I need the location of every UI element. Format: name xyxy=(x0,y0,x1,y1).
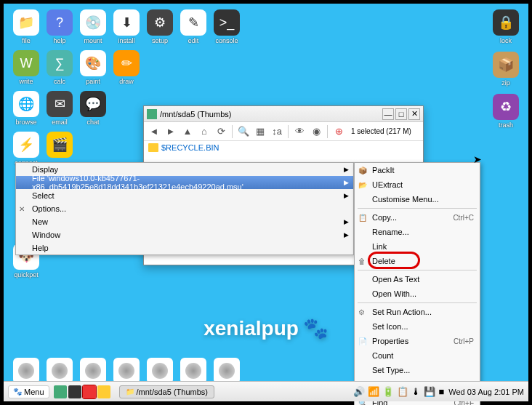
cpu-icon[interactable]: 🌡 xyxy=(411,386,421,397)
desktop-icon-help[interactable]: ?help xyxy=(46,9,73,44)
icon-glyph: ∑ xyxy=(47,50,73,76)
network-icon[interactable]: 📶 xyxy=(368,386,379,397)
desktop-icon-zip[interactable]: 📦zip xyxy=(492,52,520,87)
folder-icon xyxy=(148,143,158,152)
disk-icon xyxy=(214,358,240,384)
desktop-icon-email[interactable]: ✉email xyxy=(46,91,73,126)
menu-item-set-type-[interactable]: Set Type... xyxy=(355,363,480,377)
disk-icon xyxy=(13,358,39,384)
menu-item-open-with-[interactable]: Open With... xyxy=(355,286,480,301)
desktop-icon-mount[interactable]: 💿mount xyxy=(79,9,107,44)
hidden-icon[interactable]: ◉ xyxy=(309,124,323,139)
icon-glyph: 🎬 xyxy=(47,132,73,158)
disk-icon xyxy=(147,358,173,384)
chevron-right-icon: ▶ xyxy=(344,166,349,173)
window-icon xyxy=(147,109,157,119)
disk-icon xyxy=(180,358,206,384)
up-icon[interactable]: ▲ xyxy=(180,124,195,139)
desktop-icon-write[interactable]: Wwrite xyxy=(12,50,40,85)
desktop-icon-paint[interactable]: 🎨paint xyxy=(79,50,107,85)
launcher-3[interactable] xyxy=(83,385,96,398)
home-icon[interactable]: ⌂ xyxy=(197,124,211,139)
chevron-right-icon: ▶ xyxy=(344,192,349,199)
maximize-button[interactable]: □ xyxy=(395,108,407,120)
menu-item-uextract[interactable]: 📂UExtract xyxy=(355,177,480,192)
icon-glyph: ✏ xyxy=(113,50,140,76)
icon-glyph: 💿 xyxy=(80,9,106,36)
menu-item-count[interactable]: Count xyxy=(355,348,480,363)
sort-icon[interactable]: ↕a xyxy=(270,124,284,139)
taskbar-task[interactable]: /mnt/sda5 (Thumbs) xyxy=(119,385,214,398)
icon-glyph: ✉ xyxy=(47,91,73,117)
icon-glyph: ? xyxy=(47,9,73,36)
menu-item[interactable]: Help xyxy=(16,241,353,254)
close-button[interactable]: ✕ xyxy=(408,108,420,120)
quick-launch xyxy=(54,385,110,398)
clock[interactable]: Wed 03 Aug 2:01 PM xyxy=(448,388,524,396)
launcher-2[interactable] xyxy=(68,385,81,398)
context-menu-primary[interactable]: Display▶File 'windows10.0-kb4577671-x86_… xyxy=(15,162,354,255)
disk-icon[interactable]: 💾 xyxy=(424,386,435,397)
menu-item-link[interactable]: Link xyxy=(355,239,480,254)
desktop-icon-chat[interactable]: 💬chat xyxy=(79,91,107,126)
launcher-1[interactable] xyxy=(54,385,67,398)
system-tray: 🔊 📶 🔋 📋 🌡 💾 ■ xyxy=(353,386,444,397)
icon-glyph: 💬 xyxy=(80,91,106,117)
refresh-icon[interactable]: ⟳ xyxy=(214,124,228,139)
menu-item[interactable]: Window▶ xyxy=(16,228,353,241)
window-title: /mnt/sda5 (Thumbs) xyxy=(160,110,381,119)
launcher-4[interactable] xyxy=(97,385,110,398)
clipboard-icon[interactable]: 📋 xyxy=(397,386,408,397)
menu-item[interactable]: ✕Options... xyxy=(16,202,353,215)
status-text: 1 selected (217 M) xyxy=(351,127,411,135)
menu-button[interactable]: Menu xyxy=(8,385,49,398)
eye-icon[interactable]: 👁 xyxy=(292,124,307,139)
desktop-icon-draw[interactable]: ✏draw xyxy=(113,50,140,85)
menu-item-packit[interactable]: 📦PackIt xyxy=(355,163,480,177)
desktop-icon-trash[interactable]: ♻trash xyxy=(492,94,520,129)
disk-icon xyxy=(80,358,106,384)
back-icon[interactable]: ◄ xyxy=(147,124,161,139)
desktop-icon-lock[interactable]: 🔒lock xyxy=(492,9,520,44)
help-icon[interactable]: ⊕ xyxy=(331,124,346,139)
desktop-icon-browse[interactable]: 🌐browse xyxy=(12,91,40,126)
desktop-icon-item[interactable]: 🎬 xyxy=(46,132,73,159)
menu-item-properties[interactable]: 📄PropertiesCtrl+P xyxy=(355,334,480,348)
zoom-icon[interactable]: 🔍 xyxy=(236,124,251,139)
desktop-icon-edit[interactable]: ✎edit xyxy=(180,9,207,44)
titlebar[interactable]: /mnt/sda5 (Thumbs) — □ ✕ xyxy=(144,106,423,122)
menu-item-rename-[interactable]: Rename... xyxy=(355,225,480,239)
menu-item-set-run-action-[interactable]: ⚙Set Run Action... xyxy=(355,305,480,319)
menu-item[interactable]: New▶ xyxy=(16,215,353,228)
disk-icon xyxy=(47,358,73,384)
chevron-right-icon: ▶ xyxy=(344,231,349,238)
taskbar: Menu /mnt/sda5 (Thumbs) 🔊 📶 🔋 📋 🌡 💾 ■ We… xyxy=(4,381,528,401)
icon-glyph: 🎨 xyxy=(80,50,106,76)
desktop-icon-connect[interactable]: ⚡connect xyxy=(12,132,40,167)
desktop-icon-file[interactable]: 📁file xyxy=(12,9,40,44)
desktop-icon-setup[interactable]: ⚙setup xyxy=(146,9,174,44)
file-entry[interactable]: $RECYCLE.BIN xyxy=(144,141,423,154)
icon-glyph: ✎ xyxy=(180,9,206,36)
disk-icon xyxy=(113,358,140,384)
desktop-icon-install[interactable]: ⬇install xyxy=(113,9,140,44)
menu-item[interactable]: File 'windows10.0-kb4577671-x86_db5419b2… xyxy=(16,176,353,189)
shield-icon[interactable]: ■ xyxy=(438,386,444,397)
menu-item-delete[interactable]: 🗑Delete xyxy=(355,254,480,268)
desktop-icon-calc[interactable]: ∑calc xyxy=(46,50,73,85)
volume-icon[interactable]: 🔊 xyxy=(353,386,365,397)
menu-item-customise-menu-[interactable]: Customise Menu... xyxy=(355,192,480,206)
fit-icon[interactable]: ▦ xyxy=(253,124,267,139)
battery-icon[interactable]: 🔋 xyxy=(382,386,394,397)
menu-item-copy-[interactable]: 📋Copy...Ctrl+C xyxy=(355,210,480,225)
context-menu-secondary[interactable]: 📦PackIt📂UExtractCustomise Menu...📋Copy..… xyxy=(354,162,480,405)
icon-glyph: >_ xyxy=(214,9,240,36)
forward-icon[interactable]: ► xyxy=(164,124,178,139)
menu-item-open-as-text[interactable]: Open As Text xyxy=(355,272,480,286)
brand-text: xenialpup xyxy=(203,316,329,340)
icon-glyph: ⚡ xyxy=(13,132,39,158)
minimize-button[interactable]: — xyxy=(382,108,394,120)
desktop-icon-console[interactable]: >_console xyxy=(213,9,241,44)
menu-item[interactable]: Select▶ xyxy=(16,189,353,202)
menu-item-set-icon-[interactable]: Set Icon... xyxy=(355,319,480,334)
